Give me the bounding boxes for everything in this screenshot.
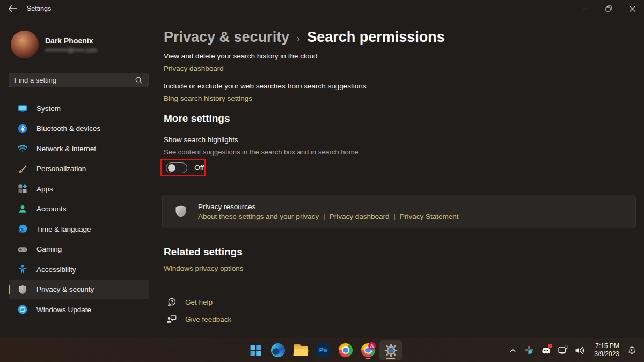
close-icon [630,6,635,12]
user-name: Dark Phoenix [45,36,93,45]
search-icon[interactable] [135,76,143,84]
sidebar-item-time-language[interactable]: Time & language [9,219,149,239]
gaming-icon [17,244,28,255]
sidebar-item-label: Personalization [36,165,86,173]
sidebar-item-label: Accounts [36,205,67,213]
notification-center-button[interactable]: z [624,342,640,358]
bing-search-history-link[interactable]: Bing search history settings [164,94,252,102]
privacy-resources-title: Privacy resources [198,203,459,211]
toggle-knob [168,164,175,172]
privacy-resources-texts: Privacy resources About these settings a… [198,203,459,220]
related-settings-heading: Related settings [164,246,243,258]
breadcrumb-parent[interactable]: Privacy & security [164,29,289,46]
shield-icon [174,205,187,219]
privacy-dashboard-link-2[interactable]: Privacy dashboard [330,212,390,220]
selected-indicator [9,285,10,294]
edge-icon [271,343,285,357]
page-title: Search permissions [307,29,445,46]
photoshop-button[interactable]: Ps [312,340,334,360]
taskbar: Ps A [0,338,644,362]
accessibility-icon [17,264,28,275]
sidebar-item-label: Bluetooth & devices [36,124,100,132]
sidebar-item-personalization[interactable]: Personalization [9,159,149,179]
sidebar-item-windows-update[interactable]: Windows Update [9,300,149,319]
sidebar-item-bluetooth-devices[interactable]: Bluetooth & devices [9,119,149,138]
get-help-icon: ? [166,297,177,308]
privacy-dashboard-link[interactable]: Privacy dashboard [164,64,224,72]
file-explorer-icon [294,344,308,356]
windows-update-icon [17,304,28,315]
sidebar-item-apps[interactable]: Apps [9,179,149,198]
notification-bell-icon: z [627,345,637,356]
sidebar-item-privacy-security[interactable]: Privacy & security [9,280,149,299]
annotation-red-box: Off [160,159,206,176]
privacy-resources-links: About these settings and your privacy|Pr… [198,212,459,220]
tray-network[interactable] [555,343,569,357]
file-explorer-button[interactable] [289,340,312,360]
edge-button[interactable] [267,340,289,360]
clock-date: 3/9/2023 [594,350,619,358]
settings-window: Settings Dark Phoenix •••••••••••@•••••.… [0,0,644,362]
about-settings-privacy-link[interactable]: About these settings and your privacy [198,212,319,220]
sidebar-item-system[interactable]: System [9,99,149,118]
tray-discord[interactable] [539,343,553,357]
tray-chevron-up[interactable] [506,343,519,357]
chrome-button[interactable] [334,340,357,360]
window-controls [573,0,644,17]
system-icon [17,103,28,114]
user-email-blurred: •••••••••••@•••••.com [45,47,97,53]
give-feedback-icon [166,314,177,325]
taskbar-clock[interactable]: 7:15 PM 3/9/2023 [594,342,619,358]
find-setting-search[interactable] [9,73,149,87]
sidebar-item-gaming[interactable]: Gaming [9,240,149,259]
give-feedback-link[interactable]: Give feedback [185,315,231,323]
accounts-icon [17,204,28,215]
sidebar-item-label: Accessibility [36,265,76,274]
restore-button[interactable] [597,0,620,17]
main-content: Privacy & security › Search permissions … [164,17,644,338]
personalization-icon [17,164,28,174]
get-help-link[interactable]: Get help [185,298,213,306]
minimize-icon [582,6,588,12]
chevron-up-icon [509,346,517,354]
back-button[interactable] [8,4,17,13]
user-avatar[interactable] [11,31,39,58]
bluetooth-icon [17,123,28,134]
web-searches-description: Include or exclude your web searches fro… [164,82,366,90]
tray-pinwheel-app[interactable] [522,343,536,357]
privacy-statement-link[interactable]: Privacy Statement [400,212,459,220]
sidebar-item-network-internet[interactable]: Network & internet [9,139,149,158]
minimize-button[interactable] [573,0,597,17]
clock-time: 7:15 PM [594,342,619,350]
search-highlights-title: Show search highlights [164,136,238,144]
sidebar-item-label: Apps [36,185,53,193]
sidebar-item-label: Gaming [36,245,62,253]
discord-notification-badge [548,344,552,348]
restore-icon [605,5,612,12]
chrome-profile-button[interactable]: A [357,340,379,360]
windows-start-icon [249,344,262,357]
tray-volume[interactable] [572,343,586,357]
sidebar-item-label: Windows Update [36,306,91,314]
running-indicator [366,358,370,359]
give-feedback-row[interactable]: Give feedback [166,314,231,325]
start-button[interactable] [244,340,267,360]
get-help-row[interactable]: ? Get help [166,297,213,308]
search-highlights-subtitle: See content suggestions in the search bo… [164,148,358,156]
settings-gear-icon [384,343,398,358]
sidebar-item-accounts[interactable]: Accounts [9,200,149,219]
back-arrow-icon [8,4,17,13]
system-tray: 7:15 PM 3/9/2023 z [506,338,644,362]
close-button[interactable] [620,0,644,17]
windows-privacy-options-link[interactable]: Windows privacy options [164,264,244,272]
sidebar-item-accessibility[interactable]: Accessibility [9,260,149,279]
search-highlights-toggle[interactable] [166,162,187,173]
chrome-profile-icon: A [361,343,375,357]
link-separator: | [389,212,400,220]
privacy-shield-icon [17,284,28,295]
network-display-icon [557,345,568,356]
settings-app-button[interactable] [379,340,402,360]
cloud-history-description: View and delete your search history in t… [164,52,317,60]
search-input[interactable] [14,76,135,84]
taskbar-apps: Ps A [244,340,402,360]
